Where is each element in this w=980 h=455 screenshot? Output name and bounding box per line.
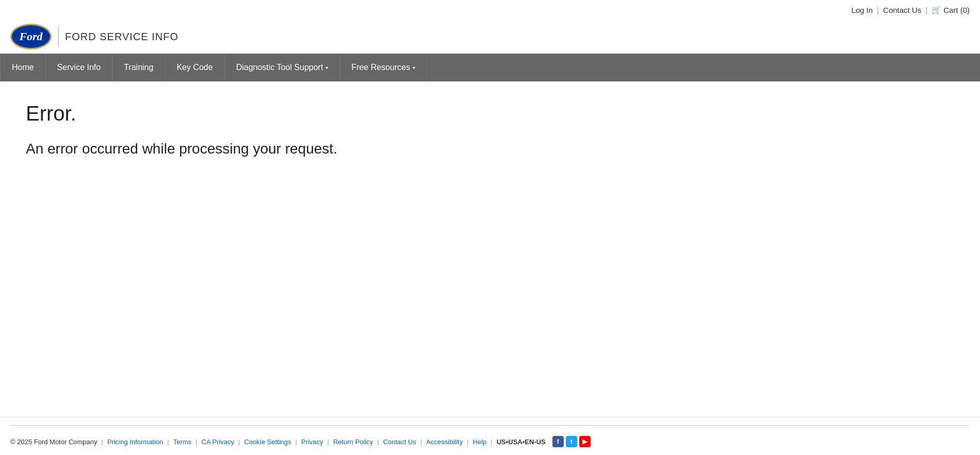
footer-link-cookie-settings[interactable]: Cookie Settings bbox=[244, 438, 291, 446]
youtube-icon-label: ▶ bbox=[582, 438, 587, 445]
nav-free-resources-label: Free Resources bbox=[351, 63, 410, 72]
nav-diagnostic-label: Diagnostic Tool Support bbox=[236, 63, 323, 72]
ford-oval: Ford bbox=[10, 24, 52, 49]
nav-free-resources-arrow: ▾ bbox=[413, 65, 415, 71]
footer-sep-9: | bbox=[491, 438, 492, 446]
nav-home-label: Home bbox=[12, 63, 34, 72]
logo-divider bbox=[58, 26, 59, 47]
footer-locale: US•USA•EN-US bbox=[497, 438, 546, 446]
footer-sep-2: | bbox=[195, 438, 197, 446]
nav-key-code-label: Key Code bbox=[176, 63, 213, 72]
youtube-icon[interactable]: ▶ bbox=[579, 436, 591, 447]
footer-link-pricing[interactable]: Pricing Information bbox=[107, 438, 163, 446]
facebook-icon-label: f bbox=[557, 438, 559, 445]
nav-free-resources[interactable]: Free Resources ▾ bbox=[340, 54, 427, 81]
footer-sep-1: | bbox=[167, 438, 169, 446]
footer-sep-3: | bbox=[238, 438, 240, 446]
footer-sep-4: | bbox=[296, 438, 297, 446]
error-message: An error occurred while processing your … bbox=[26, 141, 954, 157]
footer-link-ca-privacy[interactable]: CA Privacy bbox=[202, 438, 235, 446]
footer-sep-8: | bbox=[467, 438, 468, 446]
footer-link-return-policy[interactable]: Return Policy bbox=[333, 438, 373, 446]
footer-copyright: © 2025 Ford Motor Company bbox=[10, 438, 97, 446]
footer-inner: © 2025 Ford Motor Company | Pricing Info… bbox=[10, 436, 970, 447]
footer-sep-0: | bbox=[102, 438, 103, 446]
footer-sep-7: | bbox=[420, 438, 422, 446]
nav-key-code[interactable]: Key Code bbox=[165, 54, 224, 81]
footer-sep-6: | bbox=[377, 438, 379, 446]
cart-icon: 🛒 bbox=[932, 5, 941, 14]
footer-link-accessibility[interactable]: Accessibility bbox=[426, 438, 463, 446]
cart-link[interactable]: 🛒 Cart (0) bbox=[932, 5, 970, 14]
social-icons: f t ▶ bbox=[552, 436, 591, 447]
main-content: Error. An error occurred while processin… bbox=[0, 81, 980, 417]
footer: © 2025 Ford Motor Company | Pricing Info… bbox=[0, 417, 980, 455]
error-title: Error. bbox=[26, 102, 954, 125]
logo-area: Ford FORD SERVICE INFO bbox=[0, 20, 980, 54]
sep1: | bbox=[877, 6, 879, 14]
login-link[interactable]: Log In bbox=[851, 6, 873, 14]
nav-home[interactable]: Home bbox=[0, 54, 46, 81]
nav-training-label: Training bbox=[124, 63, 153, 72]
footer-link-terms[interactable]: Terms bbox=[173, 438, 191, 446]
footer-link-help[interactable]: Help bbox=[473, 438, 487, 446]
top-bar: Log In | Contact Us | 🛒 Cart (0) bbox=[0, 0, 980, 20]
footer-divider bbox=[10, 425, 970, 426]
nav-training[interactable]: Training bbox=[112, 54, 165, 81]
footer-link-contact-us[interactable]: Contact Us bbox=[383, 438, 416, 446]
ford-logo: Ford FORD SERVICE INFO bbox=[10, 24, 178, 49]
nav-service-info-label: Service Info bbox=[57, 63, 101, 72]
nav-diagnostic[interactable]: Diagnostic Tool Support ▾ bbox=[225, 54, 340, 81]
footer-link-privacy[interactable]: Privacy bbox=[301, 438, 323, 446]
nav-diagnostic-arrow: ▾ bbox=[325, 65, 328, 71]
footer-sep-5: | bbox=[328, 438, 329, 446]
facebook-icon[interactable]: f bbox=[552, 436, 564, 447]
nav-service-info[interactable]: Service Info bbox=[46, 54, 112, 81]
top-contact-us-link[interactable]: Contact Us bbox=[883, 6, 921, 14]
cart-label: Cart (0) bbox=[943, 6, 970, 14]
ford-oval-text: Ford bbox=[19, 30, 42, 43]
twitter-icon[interactable]: t bbox=[566, 436, 577, 447]
twitter-icon-label: t bbox=[570, 438, 573, 445]
sep2: | bbox=[925, 6, 927, 14]
service-info-logo-text: FORD SERVICE INFO bbox=[65, 31, 178, 43]
main-nav: Home Service Info Training Key Code Diag… bbox=[0, 54, 980, 81]
